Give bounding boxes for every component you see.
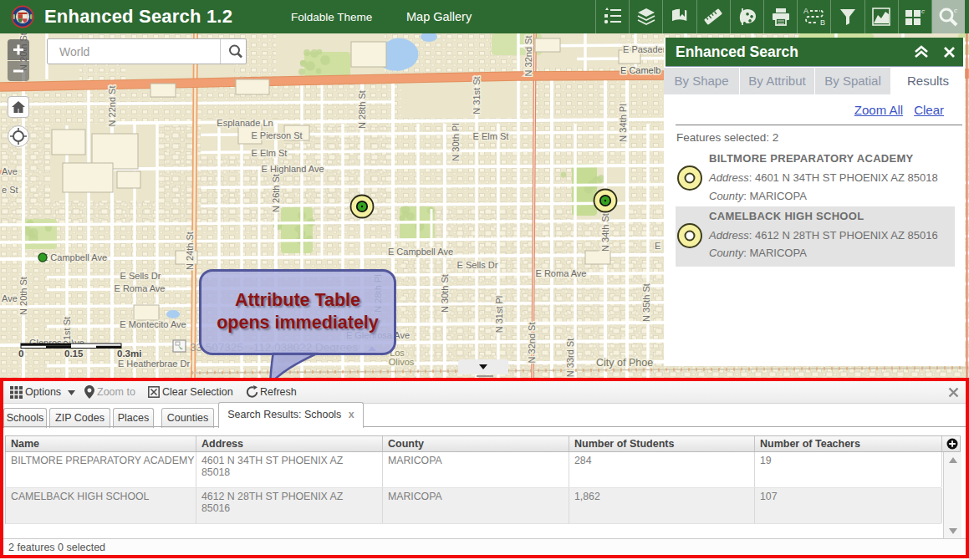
svg-text:Ave: Ave — [2, 293, 18, 303]
svg-text:c: c — [954, 7, 957, 14]
svg-text:e St: e St — [2, 185, 18, 195]
svg-text:E Elm St: E Elm St — [473, 131, 509, 141]
svg-text:N 26th St: N 26th St — [271, 174, 281, 212]
svg-text:N 20th St: N 20th St — [18, 277, 28, 315]
svg-text:21st St: 21st St — [62, 317, 72, 345]
svg-text:E Sells Dr: E Sells Dr — [120, 271, 161, 281]
svg-text:E Camelb: E Camelb — [620, 65, 660, 75]
svg-text:0: 0 — [18, 349, 23, 359]
svg-text:N 33rd St: N 33rd St — [565, 339, 575, 377]
svg-text:N 28th St: N 28th St — [357, 90, 367, 129]
svg-text:E Pierson St: E Pierson St — [251, 130, 302, 140]
svg-text:E Montecito Ave: E Montecito Ave — [120, 319, 186, 329]
svg-text:N 31st St: N 31st St — [472, 76, 482, 114]
svg-text:N 34th Pl: N 34th Pl — [618, 104, 628, 141]
svg-text:N 31st Pl: N 31st Pl — [494, 296, 504, 333]
svg-text:E Highland Ave: E Highland Ave — [261, 164, 324, 174]
svg-text:Ave: Ave — [2, 166, 18, 176]
svg-text:0.15: 0.15 — [64, 349, 84, 359]
svg-text:c: c — [921, 8, 925, 15]
svg-text:N 22nd St: N 22nd St — [107, 86, 117, 127]
svg-text:City of Phoe: City of Phoe — [596, 357, 653, 369]
svg-text:Olivos: Olivos — [389, 357, 415, 367]
svg-text:N 32nd St: N 32nd St — [527, 323, 537, 364]
svg-text:E Roma Ave: E Roma Ave — [115, 283, 166, 293]
svg-text:N 24th St: N 24th St — [185, 232, 195, 270]
svg-text:B: B — [820, 18, 825, 27]
svg-text:N 35th St: N 35th St — [641, 283, 651, 322]
svg-text:E Sells Dr: E Sells Dr — [457, 260, 498, 270]
svg-text:N 30th St: N 30th St — [440, 274, 450, 313]
svg-text:0.3mi: 0.3mi — [117, 349, 141, 359]
svg-text:E Heatherbrae Dr: E Heatherbrae Dr — [118, 359, 191, 369]
svg-text:E Campbell Ave: E Campbell Ave — [388, 247, 453, 257]
svg-text:N 34th St: N 34th St — [600, 213, 610, 252]
svg-text:N 32nd St: N 32nd St — [523, 36, 533, 77]
svg-text:E: E — [655, 241, 660, 251]
svg-text:A: A — [803, 7, 808, 15]
svg-text:E Elm St: E Elm St — [252, 148, 288, 158]
svg-text:E Roma Ave: E Roma Ave — [536, 268, 587, 278]
svg-text:Esplanade Ln: Esplanade Ln — [217, 118, 273, 128]
svg-text:N 30th Pl: N 30th Pl — [451, 123, 461, 160]
svg-text:E Campbell Ave: E Campbell Ave — [42, 252, 107, 262]
